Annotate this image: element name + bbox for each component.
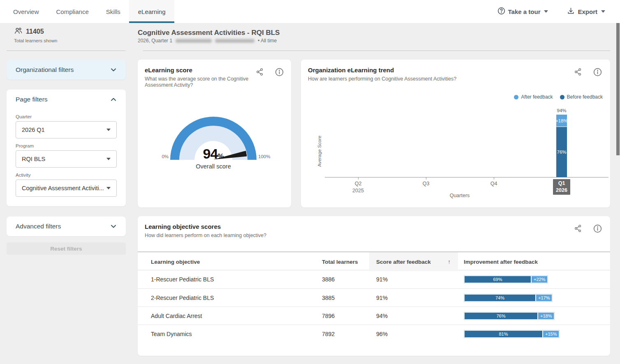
sidebar-divider	[7, 51, 125, 51]
info-icon[interactable]	[593, 67, 602, 76]
table-card-title: Learning objective scores	[145, 223, 221, 230]
before-feedback-bar: 81%	[465, 331, 542, 337]
gauge-max-label: 100%	[258, 154, 270, 159]
tab-overview[interactable]: Overview	[13, 0, 48, 23]
improvement-bar: 74%+17%	[464, 294, 553, 302]
top-nav: Overview Compliance Skills eLearning Tak…	[0, 0, 620, 23]
activity-select[interactable]: Cognitive Assessment Activiti...	[16, 180, 117, 197]
chevron-down-icon	[106, 158, 111, 160]
score-after-feedback-cell: 94%	[369, 313, 458, 319]
organizational-filters-toggle[interactable]: Organizational filters	[7, 60, 126, 80]
page-subtitle: 2026, Quarter 1 • All time	[138, 38, 277, 44]
table-row: Team Dynamics789296%81%+15%	[138, 325, 610, 343]
legend-before-label: Before feedback	[567, 94, 603, 100]
improvement-cell: 76%+18%	[458, 312, 610, 320]
info-icon[interactable]	[275, 67, 284, 76]
share-icon[interactable]	[574, 67, 583, 76]
page-title: Cognitive Assessment Activities - RQI BL…	[138, 29, 280, 37]
advanced-filters-toggle[interactable]: Advanced filters	[7, 217, 126, 236]
gauge-value: 94%	[180, 146, 246, 162]
advanced-filters-panel: Advanced filters	[7, 217, 126, 236]
y-axis-label: Average Score	[317, 127, 323, 176]
quarter-label: Quarter	[16, 114, 117, 119]
total-learners-cell: 7896	[322, 313, 369, 319]
quarter-value: 2026 Q1	[22, 127, 45, 133]
column-score-after-feedback[interactable]: Score after feedback ↑	[369, 252, 458, 271]
score-after-feedback-cell: 96%	[369, 331, 458, 337]
gauge-min-label: 0%	[146, 154, 169, 159]
learning-objective-scores-card: Learning objective scores How did learne…	[138, 216, 610, 356]
quarter-select[interactable]: 2026 Q1	[16, 121, 117, 138]
elearning-score-card: eLearning score What was the average sco…	[138, 60, 291, 207]
table-card-subtitle: How did learners perform on each learnin…	[145, 233, 266, 239]
program-select[interactable]: RQI BLS	[16, 150, 117, 168]
axis-tick	[358, 177, 359, 180]
tab-elearning[interactable]: eLearning	[129, 0, 175, 23]
score-card-subtitle: What was the average score on the Cognit…	[145, 76, 258, 88]
chevron-down-icon	[110, 223, 117, 230]
column-learning-objective[interactable]: Learning objective	[138, 259, 322, 265]
improvement-badge: +18%	[538, 313, 554, 319]
improvement-bar: 81%+15%	[464, 330, 560, 338]
score-card-title: eLearning score	[145, 67, 192, 74]
objective-cell: Team Dynamics	[138, 331, 322, 337]
stacked-bar-q1-2026[interactable]: 94% +18% 76%	[556, 108, 567, 177]
redacted-text	[215, 39, 254, 43]
elearning-trend-card: Organization eLearning trend How are lea…	[301, 60, 610, 207]
improvement-bar: 69%+22%	[464, 275, 548, 283]
total-learners-cell: 7892	[322, 331, 369, 337]
program-label: Program	[16, 143, 117, 148]
column-improvement-after-feedback[interactable]: Improvement after feedback	[458, 259, 610, 265]
tab-skills[interactable]: Skills	[97, 0, 129, 23]
export-button[interactable]: Export	[567, 7, 605, 16]
organizational-filters-panel: Organizational filters	[7, 60, 126, 80]
reset-filters-button[interactable]: Reset filters	[7, 242, 126, 255]
score-after-feedback-cell: 91%	[369, 295, 458, 301]
organizational-filters-label: Organizational filters	[16, 66, 74, 74]
x-tick-q2: Q2 2025	[349, 181, 367, 194]
tab-compliance[interactable]: Compliance	[48, 0, 97, 23]
advanced-filters-label: Advanced filters	[16, 223, 61, 230]
before-feedback-bar: 76%	[465, 313, 537, 319]
objective-cell: 1-Rescuer Pediatric BLS	[138, 276, 322, 283]
chevron-down-icon	[106, 129, 111, 131]
improvement-badge: +17%	[536, 295, 552, 301]
legend-dot-after	[514, 95, 518, 99]
take-a-tour-label: Take a tour	[508, 8, 541, 15]
gauge-value-unit: %	[217, 152, 224, 160]
objective-cell: 2-Rescuer Pediatric BLS	[138, 295, 322, 301]
export-label: Export	[578, 8, 597, 15]
improvement-bar: 76%+18%	[464, 312, 555, 320]
people-icon	[14, 27, 23, 36]
chevron-down-icon	[106, 187, 111, 189]
table-row: 2-Rescuer Pediatric BLS388591%74%+17%	[138, 288, 610, 306]
table-header-row: Learning objective Total learners Score …	[138, 251, 610, 270]
scrollbar-thumb[interactable]	[616, 23, 620, 155]
scrollbar-track[interactable]	[616, 23, 620, 364]
column-total-learners[interactable]: Total learners	[322, 259, 369, 265]
subtitle-range: • All time	[258, 38, 277, 44]
score-after-feedback-cell: 91%	[369, 276, 458, 283]
legend-after-feedback: After feedback	[514, 94, 553, 100]
legend-after-label: After feedback	[521, 94, 553, 100]
take-a-tour-button[interactable]: Take a tour	[497, 7, 548, 16]
page-filters-toggle[interactable]: Page filters	[7, 90, 126, 109]
chevron-down-icon	[544, 10, 548, 13]
share-icon[interactable]	[574, 224, 583, 233]
chevron-down-icon	[601, 10, 605, 13]
sort-ascending-icon[interactable]: ↑	[448, 258, 451, 265]
before-feedback-bar: 74%	[465, 295, 535, 301]
info-icon[interactable]	[593, 224, 602, 233]
total-learners-cell: 3886	[322, 276, 369, 283]
total-learners-value: 11405	[26, 28, 44, 35]
share-icon[interactable]	[255, 67, 264, 76]
header-divider	[143, 51, 610, 51]
program-value: RQI BLS	[22, 156, 45, 162]
bar-segment-after-feedback: +18%	[556, 115, 567, 127]
nav-actions: Take a tour Export	[497, 0, 605, 23]
improvement-badge: +22%	[532, 276, 547, 283]
objective-cell: Adult Cardiac Arrest	[138, 313, 322, 319]
chevron-up-icon	[110, 96, 117, 103]
total-learners-cell: 3885	[322, 295, 369, 301]
question-circle-icon	[497, 7, 505, 16]
